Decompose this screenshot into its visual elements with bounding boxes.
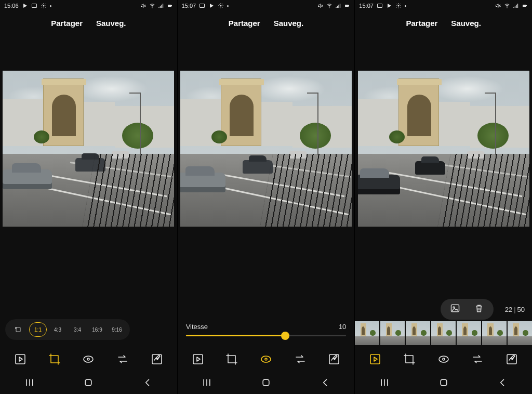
nav-recents[interactable]	[379, 377, 390, 390]
frame-total: 50	[517, 306, 525, 313]
play-tool[interactable]	[189, 350, 207, 368]
image-icon	[199, 3, 205, 9]
top-actions: Partager Sauveg.	[355, 11, 532, 34]
aspect-9-16[interactable]: 9:16	[108, 322, 126, 337]
more-dot-icon	[405, 5, 406, 7]
filmstrip[interactable]	[355, 321, 532, 345]
android-nav	[178, 373, 355, 394]
aspect-1-1[interactable]: 1:1	[29, 322, 47, 337]
top-actions: Partager Sauveg.	[178, 11, 355, 34]
nav-back[interactable]	[497, 377, 508, 390]
adjust-tool[interactable]	[148, 350, 166, 368]
android-nav	[0, 373, 177, 394]
filmstrip-thumb[interactable]	[457, 321, 481, 345]
signal-icon	[158, 3, 164, 9]
speed-value: 10	[339, 323, 346, 331]
pane-aspect: 15:06 Partager Sauveg.	[0, 0, 178, 394]
nav-back[interactable]	[142, 377, 153, 390]
frame-current: 22	[505, 306, 512, 313]
image-icon	[377, 3, 383, 9]
frame-counter: 22|50	[505, 306, 525, 313]
photo-preview[interactable]	[355, 71, 532, 227]
mute-icon	[495, 3, 501, 9]
speed-label: Vitesse	[186, 323, 208, 331]
crop-tool[interactable]	[401, 350, 418, 368]
save-button[interactable]: Sauveg.	[451, 19, 481, 28]
slider-track[interactable]	[186, 335, 347, 336]
speed-slider[interactable]: Vitesse 10	[183, 323, 350, 336]
battery-icon	[167, 3, 173, 9]
crop-tool[interactable]	[46, 350, 63, 368]
mute-icon	[140, 3, 147, 9]
swap-tool[interactable]	[291, 350, 309, 368]
play-store-icon	[386, 3, 392, 9]
bottom-tools	[0, 345, 177, 373]
nav-home[interactable]	[438, 377, 449, 390]
slider-thumb[interactable]	[281, 332, 289, 340]
pane-frames: 15:07 Partager Sauveg.	[355, 0, 532, 394]
aspect-16-9[interactable]: 16:9	[88, 322, 106, 337]
save-button[interactable]: Sauveg.	[274, 19, 304, 28]
rotate-chip[interactable]	[9, 322, 27, 337]
adjust-tool[interactable]	[503, 350, 521, 368]
status-bar: 15:07	[178, 0, 355, 11]
status-bar: 15:06	[0, 0, 177, 11]
play-store-icon	[22, 3, 28, 9]
delete-frame-button[interactable]	[474, 303, 484, 316]
aspect-4-3[interactable]: 4:3	[49, 322, 66, 337]
adjust-tool[interactable]	[325, 350, 343, 368]
play-store-icon	[208, 3, 215, 9]
signal-icon	[513, 3, 519, 9]
wifi-icon	[149, 3, 155, 9]
status-bar: 15:07	[355, 0, 532, 11]
speed-tool[interactable]	[79, 350, 97, 368]
speed-row: Vitesse 10	[178, 314, 355, 345]
slider-fill	[186, 335, 285, 336]
crop-tool[interactable]	[223, 350, 241, 368]
gear-icon	[218, 3, 224, 9]
android-nav	[355, 373, 532, 394]
save-button[interactable]: Sauveg.	[96, 19, 126, 28]
aspect-chip-group: 1:1 4:3 3:4 16:9 9:16	[5, 319, 130, 340]
photo-preview[interactable]	[0, 71, 177, 227]
swap-tool[interactable]	[114, 350, 131, 368]
filmstrip-thumb[interactable]	[406, 321, 430, 345]
nav-back[interactable]	[320, 377, 330, 390]
signal-icon	[335, 3, 341, 9]
wifi-icon	[504, 3, 510, 9]
share-button[interactable]: Partager	[406, 19, 437, 28]
swap-tool[interactable]	[469, 350, 486, 368]
gear-icon	[395, 3, 402, 9]
frame-actions-row: 22|50	[355, 297, 532, 321]
more-dot-icon	[50, 5, 51, 7]
status-time: 15:07	[182, 3, 196, 9]
mute-icon	[317, 3, 324, 9]
aspect-ratio-row: 1:1 4:3 3:4 16:9 9:16	[0, 314, 177, 345]
filmstrip-thumb[interactable]	[431, 321, 456, 345]
nav-home[interactable]	[261, 377, 271, 390]
share-button[interactable]: Partager	[51, 19, 83, 28]
aspect-3-4[interactable]: 3:4	[69, 322, 86, 337]
filmstrip-thumb[interactable]	[380, 321, 405, 345]
share-button[interactable]: Partager	[229, 19, 260, 28]
top-actions: Partager Sauveg.	[0, 11, 177, 34]
photo-preview[interactable]	[178, 71, 355, 227]
save-frame-button[interactable]	[450, 303, 460, 316]
pane-speed: 15:07 Partager Sauveg.	[178, 0, 355, 394]
gear-icon	[41, 3, 47, 9]
filmstrip-thumb[interactable]	[355, 321, 379, 345]
speed-tool[interactable]	[435, 350, 453, 368]
nav-recents[interactable]	[202, 377, 212, 390]
image-icon	[31, 3, 37, 9]
filmstrip-thumb[interactable]	[508, 321, 532, 345]
status-time: 15:07	[359, 3, 374, 9]
wifi-icon	[326, 3, 332, 9]
speed-tool[interactable]	[257, 350, 275, 368]
frame-action-pill	[441, 299, 494, 320]
nav-recents[interactable]	[24, 377, 35, 390]
play-tool[interactable]	[11, 350, 29, 368]
play-tool[interactable]	[366, 350, 384, 368]
filmstrip-thumb[interactable]	[482, 321, 507, 345]
nav-home[interactable]	[83, 377, 94, 390]
status-time: 15:06	[4, 3, 19, 9]
